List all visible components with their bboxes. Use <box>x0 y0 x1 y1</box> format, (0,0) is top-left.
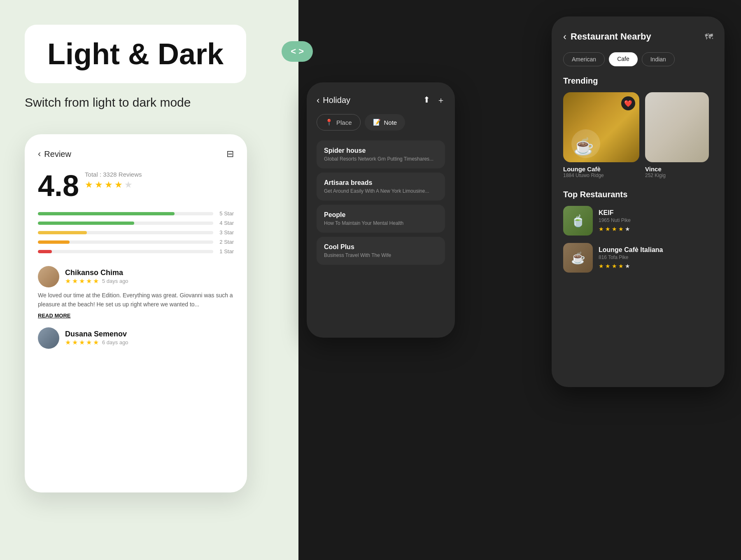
restaurant-back-arrow[interactable]: ‹ <box>563 31 566 42</box>
read-more-button[interactable]: READ MORE <box>38 313 70 319</box>
note-item-3[interactable]: People How To Maintain Your Mental Healt… <box>317 205 445 233</box>
reviewer-name-2: Dusana Semenov <box>65 330 128 338</box>
holiday-header-icons: ⬆ ＋ <box>423 95 445 106</box>
bar-row-4star: 4 Star <box>38 220 234 226</box>
filter-cafe[interactable]: Cafe <box>609 52 638 66</box>
note-tab-icon: 📝 <box>373 119 381 126</box>
bar-row-3star: 3 Star <box>38 229 234 236</box>
review-text-1: We loved our time at the Edition. Everyt… <box>38 291 234 309</box>
note-subtitle-2: Get Around Easily With A New York Limous… <box>324 188 438 194</box>
main-title: Light & Dark <box>47 37 224 71</box>
top-restaurants-title: Top Restaurants <box>563 190 713 199</box>
restaurant-header: ‹ Restaurant Nearby 🗺 <box>563 31 713 42</box>
bar-label-5star: 5 Star <box>217 210 234 217</box>
left-panel: Light & Dark Switch from light to dark m… <box>0 0 298 560</box>
add-icon[interactable]: ＋ <box>437 95 445 106</box>
note-title-2: Artisara breads <box>324 179 438 187</box>
rating-number: 4.8 <box>38 171 79 201</box>
map-icon[interactable]: 🗺 <box>705 32 713 42</box>
review-title: Review <box>44 149 71 159</box>
reviewer-stars-2: ★ ★ ★ ★ ★ <box>65 338 99 346</box>
filter-row: American Cafe Indian <box>563 52 713 66</box>
holiday-title: Holiday <box>323 96 350 105</box>
note-title-4: Cool Plus <box>324 243 438 251</box>
star-1: ★ <box>85 180 93 190</box>
star-4: ★ <box>114 180 123 190</box>
trending-row: ❤️ Lounge Cafè 1884 Utuwo Ridge Vince 25… <box>563 92 713 178</box>
rating-bars: 5 Star 4 Star 3 Star 2 Star 1 Star <box>38 210 234 254</box>
trending-addr-1: 1884 Utuwo Ridge <box>563 173 639 178</box>
bar-label-2star: 2 Star <box>217 239 234 245</box>
trending-title: Trending <box>563 76 713 86</box>
code-toggle-button[interactable]: < > <box>282 41 313 62</box>
filter-american[interactable]: American <box>563 52 605 66</box>
heart-badge[interactable]: ❤️ <box>621 96 635 110</box>
keif-image: 🍵 <box>563 206 593 236</box>
subtitle: Switch from light to dark mode <box>25 96 191 110</box>
note-subtitle-3: How To Maintain Your Mental Health <box>324 220 438 226</box>
bar-label-4star: 4 Star <box>217 220 234 226</box>
note-tab-label: Note <box>384 119 397 126</box>
bar-row-5star: 5 Star <box>38 210 234 217</box>
holiday-back-button[interactable]: ‹ Holiday <box>317 95 350 106</box>
top-restaurant-keif[interactable]: 🍵 KEIF 1965 Nuti Pike ★ ★ ★ ★ ★ <box>563 206 713 236</box>
back-arrow-icon: ‹ <box>38 149 41 159</box>
note-subtitle-1: Global Resorts Network Grn Putting Times… <box>324 156 438 162</box>
keif-address: 1965 Nuti Pike <box>599 217 713 223</box>
note-item-4[interactable]: Cool Plus Business Travel With The Wife <box>317 237 445 265</box>
avatar-2 <box>38 327 59 349</box>
star-3: ★ <box>105 180 113 190</box>
share-icon[interactable]: ⬆ <box>423 95 430 106</box>
review-header: ‹ Review ⊟ <box>38 149 234 159</box>
keif-name: KEIF <box>599 209 713 217</box>
reviewer-stars-1: ★ ★ ★ ★ ★ <box>65 277 99 285</box>
trending-name-1: Lounge Cafè <box>563 166 639 173</box>
filter-indian[interactable]: Indian <box>642 52 675 66</box>
star-5: ★ <box>124 180 133 190</box>
review-item-1: Chikanso Chima ★ ★ ★ ★ ★ 5 days ago We l… <box>38 266 234 319</box>
trending-card-2[interactable]: Vince 252 Kigig <box>645 92 709 178</box>
trending-card-1[interactable]: ❤️ Lounge Cafè 1884 Utuwo Ridge <box>563 92 639 178</box>
total-reviews: Total : 3328 Reviews <box>85 171 142 178</box>
bar-label-3star: 3 Star <box>217 229 234 236</box>
note-title-1: Spider house <box>324 147 438 154</box>
holiday-tabs: 📍 Place 📝 Note <box>317 114 445 131</box>
note-item-2[interactable]: Artisara breads Get Around Easily With A… <box>317 173 445 201</box>
restaurant-phone: ‹ Restaurant Nearby 🗺 American Cafe Indi… <box>552 16 725 387</box>
back-button[interactable]: ‹ Review <box>38 149 71 159</box>
tab-note[interactable]: 📝 Note <box>365 114 405 131</box>
right-bracket-icon: > <box>298 46 304 57</box>
review-time-2: 6 days ago <box>102 339 128 345</box>
trending-addr-2: 252 Kigig <box>645 173 709 178</box>
tab-place[interactable]: 📍 Place <box>317 114 361 131</box>
place-tab-icon: 📍 <box>325 119 333 126</box>
bar-label-1star: 1 Star <box>217 248 234 254</box>
top-restaurant-italiana[interactable]: ☕ Lounge Cafè Italiana 816 Tofa Pike ★ ★… <box>563 243 713 273</box>
keif-stars: ★ ★ ★ ★ ★ <box>599 226 713 232</box>
right-panel: ‹ Holiday ⬆ ＋ 📍 Place 📝 Note Spider hous… <box>298 0 741 560</box>
italiana-name: Lounge Cafè Italiana <box>599 246 713 254</box>
keif-info: KEIF 1965 Nuti Pike ★ ★ ★ ★ ★ <box>599 209 713 232</box>
note-item-1[interactable]: Spider house Global Resorts Network Grn … <box>317 140 445 168</box>
note-title-3: People <box>324 211 438 219</box>
holiday-back-arrow: ‹ <box>317 95 319 106</box>
title-card: Light & Dark <box>25 25 246 83</box>
light-phone-mockup: ‹ Review ⊟ 4.8 Total : 3328 Reviews ★ ★ … <box>25 134 247 492</box>
rating-section: 4.8 Total : 3328 Reviews ★ ★ ★ ★ ★ <box>38 171 234 201</box>
reviewer-name-1: Chikanso Chima <box>65 268 128 277</box>
bar-row-1star: 1 Star <box>38 248 234 254</box>
italiana-image: ☕ <box>563 243 593 273</box>
trending-name-2: Vince <box>645 166 709 173</box>
review-time-1: 5 days ago <box>102 278 128 284</box>
left-bracket-icon: < <box>291 46 296 57</box>
italiana-stars: ★ ★ ★ ★ ★ <box>599 263 713 269</box>
italiana-info: Lounge Cafè Italiana 816 Tofa Pike ★ ★ ★… <box>599 246 713 269</box>
bar-row-2star: 2 Star <box>38 239 234 245</box>
star-2: ★ <box>95 180 103 190</box>
dark-holiday-phone: ‹ Holiday ⬆ ＋ 📍 Place 📝 Note Spider hous… <box>307 82 455 338</box>
restaurant-title: Restaurant Nearby <box>571 31 651 42</box>
place-tab-label: Place <box>336 119 352 126</box>
review-item-2: Dusana Semenov ★ ★ ★ ★ ★ 6 days ago <box>38 327 234 349</box>
rating-stars: ★ ★ ★ ★ ★ <box>85 180 142 190</box>
bookmark-icon[interactable]: ⊟ <box>226 149 234 159</box>
